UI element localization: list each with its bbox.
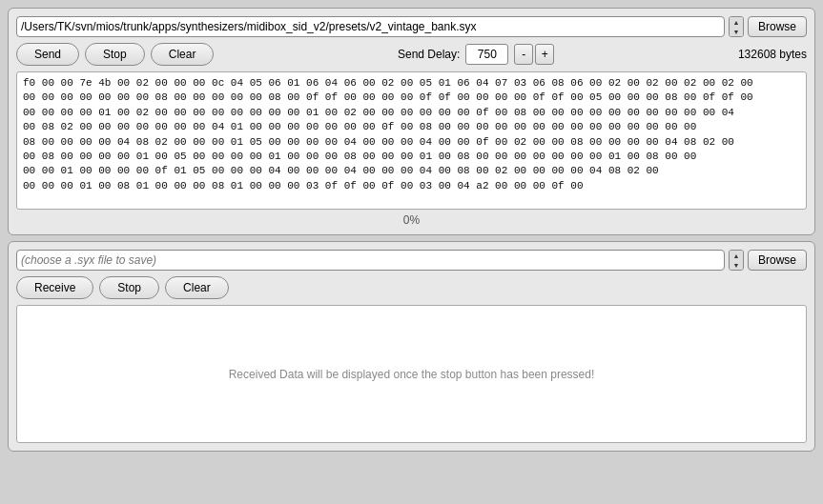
hex-line: 08 00 00 00 00 04 08 02 00 00 00 01 05 0…	[23, 135, 800, 150]
progress-label: 0%	[16, 213, 807, 227]
hex-line: f0 00 00 7e 4b 00 02 00 00 00 0c 04 05 0…	[23, 76, 800, 91]
send-panel: ▲ ▼ Browse Send Stop Clear Send Delay: -…	[8, 8, 815, 235]
hex-line: 00 08 00 00 00 00 01 00 05 00 00 00 00 0…	[23, 150, 800, 164]
hex-line: 00 00 00 00 00 00 00 08 00 00 00 00 00 0…	[23, 91, 800, 105]
receive-controls-row: Receive Stop Clear	[16, 276, 807, 299]
receive-stop-button[interactable]: Stop	[99, 276, 159, 299]
send-path-row: ▲ ▼ Browse	[16, 16, 807, 37]
receive-browse-button[interactable]: Browse	[748, 250, 807, 271]
send-controls-row: Send Stop Clear Send Delay: - + 132608 b…	[16, 43, 807, 66]
delay-minus-btn[interactable]: -	[514, 44, 533, 65]
hex-line: 00 00 01 00 00 00 00 0f 01 05 00 00 00 0…	[23, 164, 800, 178]
delay-input[interactable]	[465, 44, 508, 65]
hex-line: 00 00 00 01 00 08 01 00 00 00 08 01 00 0…	[23, 179, 800, 193]
receive-path-input[interactable]	[16, 250, 725, 271]
delay-plus-btn[interactable]: +	[535, 44, 554, 65]
stepper-down-btn[interactable]: ▼	[730, 27, 743, 36]
delay-stepper: - +	[514, 44, 554, 65]
receive-path-row: ▲ ▼ Browse	[16, 250, 807, 271]
send-stop-button[interactable]: Stop	[85, 43, 145, 66]
receive-stepper-down-btn[interactable]: ▼	[730, 260, 743, 270]
receive-clear-button[interactable]: Clear	[165, 276, 229, 299]
receive-display: Received Data will be displayed once the…	[16, 305, 807, 443]
send-path-stepper[interactable]: ▲ ▼	[729, 16, 744, 37]
send-clear-button[interactable]: Clear	[151, 43, 215, 66]
bytes-label: 132608 bytes	[738, 48, 807, 61]
send-button[interactable]: Send	[16, 43, 79, 66]
hex-line: 00 00 00 00 01 00 02 00 00 00 00 00 00 0…	[23, 106, 800, 120]
hex-line: 00 08 02 00 00 00 00 00 00 00 04 01 00 0…	[23, 120, 800, 134]
receive-path-stepper[interactable]: ▲ ▼	[729, 250, 744, 271]
send-delay-label: Send Delay:	[398, 48, 460, 61]
send-path-input[interactable]	[16, 16, 725, 37]
hex-display: f0 00 00 7e 4b 00 02 00 00 00 0c 04 05 0…	[16, 71, 807, 210]
receive-panel: ▲ ▼ Browse Receive Stop Clear Received D…	[8, 241, 815, 452]
receive-stepper-up-btn[interactable]: ▲	[730, 251, 743, 260]
stepper-up-btn[interactable]: ▲	[730, 17, 743, 27]
receive-hint-text: Received Data will be displayed once the…	[229, 368, 595, 381]
send-browse-button[interactable]: Browse	[748, 16, 807, 37]
receive-button[interactable]: Receive	[16, 276, 93, 299]
